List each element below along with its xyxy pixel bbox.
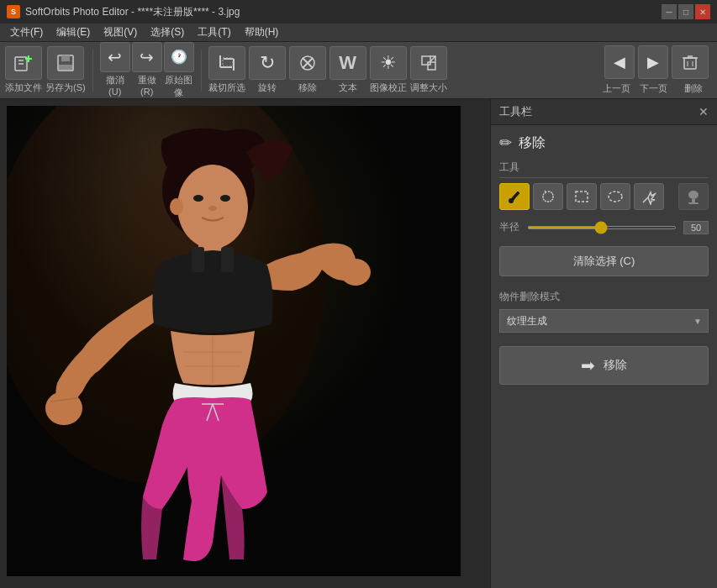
svg-rect-7 [59, 65, 72, 70]
nav-buttons: ◀ ▶ 上一页 下一页 删除 [601, 45, 712, 95]
menu-view[interactable]: 视图(V) [97, 24, 144, 41]
next-button[interactable]: ▶ [638, 45, 668, 79]
remove-button[interactable]: ➡ 移除 [499, 346, 709, 385]
menu-edit[interactable]: 编辑(E) [50, 24, 97, 41]
title-bar: S SoftOrbits Photo Editor - ****未注册版****… [0, 0, 717, 24]
eraser-icon: ✏ [499, 134, 512, 152]
close-button[interactable]: ✕ [695, 4, 710, 19]
panel-title: 工具栏 [499, 104, 532, 119]
save-as-button[interactable] [47, 46, 84, 80]
redo-button[interactable]: ↪ [132, 42, 162, 72]
mode-select[interactable]: 纹理生成 背景填充 智能填充 [499, 309, 709, 333]
svg-rect-6 [61, 55, 70, 61]
photo-container: IhE [7, 106, 461, 576]
correction-label: 图像校正 [370, 81, 407, 94]
svg-rect-48 [688, 202, 699, 204]
ellipse-select-button[interactable] [600, 183, 630, 210]
add-file-label: 添加文件 [5, 81, 42, 94]
rect-select-button[interactable] [567, 183, 597, 210]
stamp-tool-button[interactable] [678, 183, 709, 210]
crop-label: 裁切所选 [208, 81, 245, 94]
window-controls: ─ □ ✕ [662, 4, 710, 19]
svg-rect-14 [422, 56, 430, 65]
photo-display: IhE [7, 106, 461, 576]
save-as-label: 另存为(S) [45, 81, 86, 94]
tools-section-label: 工具 [499, 160, 709, 178]
undo-button[interactable]: ↩ [100, 42, 130, 72]
svg-point-27 [220, 195, 230, 202]
separator-2 [201, 50, 202, 92]
radius-slider-row: 半径 50 [499, 220, 709, 234]
add-file-button[interactable] [5, 46, 42, 80]
delete-label: 删除 [675, 82, 712, 95]
prev-button[interactable]: ◀ [604, 45, 635, 79]
svg-rect-44 [576, 192, 588, 202]
radius-value: 50 [683, 221, 709, 234]
delete-nav-button[interactable] [672, 45, 709, 79]
tool-buttons-row [499, 183, 709, 210]
crop-button[interactable] [208, 46, 245, 80]
photo-svg: IhE [7, 106, 461, 576]
mode-select-wrap: 纹理生成 背景填充 智能填充 [499, 309, 709, 333]
remove-toolbar-button[interactable] [289, 46, 326, 80]
tool-section-title: ✏ 移除 [499, 134, 709, 152]
svg-point-46 [688, 191, 699, 199]
svg-rect-15 [428, 62, 435, 70]
menu-file[interactable]: 文件(F) [3, 24, 50, 41]
undo-label: 撤消(U) [100, 74, 130, 99]
maximize-button[interactable]: □ [678, 4, 693, 19]
resize-button[interactable] [410, 46, 447, 80]
panel-close-button[interactable]: ✕ [699, 105, 709, 118]
window-title: SoftOrbits Photo Editor - ****未注册版**** -… [25, 5, 240, 19]
original-label: 原始图像 [164, 74, 194, 99]
svg-point-31 [45, 391, 82, 425]
prev-label: 上一页 [601, 82, 631, 95]
menu-help[interactable]: 帮助(H) [238, 24, 286, 41]
svg-point-28 [208, 206, 217, 211]
original-button[interactable]: 🕐 [164, 42, 194, 72]
next-label: 下一页 [638, 82, 668, 95]
app-icon: S [7, 5, 20, 18]
svg-rect-35 [221, 247, 234, 272]
canvas-area[interactable]: IhE [0, 99, 490, 588]
rotate-button[interactable]: ↻ [249, 46, 286, 80]
resize-label: 调整大小 [410, 81, 447, 94]
tool-panel: 工具栏 ✕ ✏ 移除 工具 [490, 99, 717, 588]
remove-arrow-icon: ➡ [581, 355, 595, 375]
svg-rect-34 [192, 247, 204, 272]
lasso-tool-button[interactable] [533, 183, 563, 210]
brush-tool-button[interactable] [499, 183, 530, 210]
panel-header: 工具栏 ✕ [491, 99, 717, 125]
text-label: 文本 [339, 81, 357, 94]
rotate-label: 旋转 [258, 81, 277, 94]
menu-bar: 文件(F) 编辑(E) 视图(V) 选择(S) 工具(T) 帮助(H) [0, 24, 717, 42]
tool-name-label: 移除 [519, 134, 546, 152]
text-button[interactable]: W [330, 46, 366, 80]
svg-point-26 [193, 195, 203, 202]
svg-line-16 [430, 56, 435, 61]
menu-tools[interactable]: 工具(T) [191, 24, 237, 41]
mode-label: 物件删除模式 [499, 290, 709, 304]
toolbar: 添加文件 另存为(S) ↩ ↪ 🕐 撤消(U) 重做(R [0, 42, 717, 99]
svg-rect-17 [684, 58, 696, 69]
svg-point-45 [609, 192, 622, 202]
radius-label: 半径 [499, 220, 520, 234]
radius-slider[interactable] [527, 226, 677, 229]
main-area: IhE 工具栏 ✕ ✏ 移除 工具 [0, 99, 717, 588]
svg-point-29 [170, 198, 183, 215]
remove-button-label: 移除 [604, 358, 627, 373]
clear-selection-button[interactable]: 清除选择 (C) [499, 246, 709, 276]
correction-button[interactable]: ☀ [370, 46, 407, 80]
remove-toolbar-label: 移除 [298, 81, 317, 94]
menu-select[interactable]: 选择(S) [144, 24, 191, 41]
redo-label: 重做(R) [132, 74, 162, 99]
minimize-button[interactable]: ─ [662, 4, 677, 19]
svg-point-33 [340, 259, 371, 286]
separator-1 [92, 50, 93, 92]
svg-point-43 [509, 198, 514, 203]
magic-select-button[interactable] [634, 183, 664, 210]
